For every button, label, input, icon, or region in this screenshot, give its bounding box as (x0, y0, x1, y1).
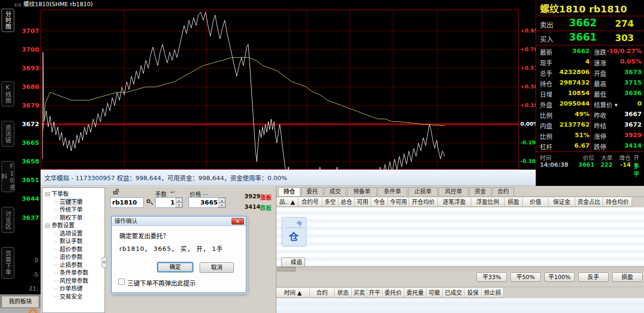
close-today-button[interactable]: 今 仓 (282, 217, 306, 247)
orders-col-header[interactable]: 合约 (310, 288, 335, 298)
close-position-label: 仓 (289, 229, 298, 243)
dont-show-again-label: 三键下单不再弹出此提示 (127, 278, 196, 287)
blotter-tab-风控单[interactable]: 风控单 (439, 187, 468, 196)
close-today-label: 今 (296, 219, 302, 227)
bid-volume: 303 (609, 32, 640, 43)
action-button-平50%[interactable]: 平50% (510, 272, 541, 282)
quote-value: 3667 (594, 110, 642, 118)
tree-group-下单板[interactable]: −下单板 (42, 190, 105, 198)
positions-col-header[interactable]: 品.. ▲ (276, 197, 298, 207)
dialog-title[interactable]: 操作确认 (112, 216, 246, 226)
orders-col-header[interactable]: 买卖 (352, 288, 367, 298)
positions-col-header[interactable]: 今仓 (371, 197, 388, 207)
positions-col-header[interactable]: 价值 (523, 197, 549, 207)
contract-input[interactable]: rb1810 (110, 197, 144, 208)
positions-table-body[interactable] (276, 207, 644, 266)
positions-hscrollbar[interactable] (276, 266, 644, 271)
bid-price[interactable]: 3661 (559, 32, 607, 43)
search-icon[interactable] (147, 199, 153, 206)
blotter-tab-预备单[interactable]: 预备单 (347, 187, 377, 196)
blotter-tab-成交[interactable]: 成交 (324, 187, 346, 196)
quantity-stepper[interactable]: 1 ▲▼ (155, 197, 183, 208)
blotter-tab-委托[interactable]: 委托 (301, 187, 323, 196)
scrollbar-thumb[interactable] (277, 267, 296, 271)
series-price (42, 12, 445, 170)
tree-item-交易安全[interactable]: 交易安全 (42, 293, 105, 301)
tree-item-label: 超价参数 (60, 246, 83, 254)
orders-col-header[interactable]: 委托量 (404, 288, 426, 298)
positions-col-header[interactable]: 资金占比 (575, 197, 603, 207)
positions-col-header[interactable]: 合约号 (298, 197, 322, 207)
orders-col-header[interactable]: 可撤 (426, 288, 443, 298)
tree-item-超价参数[interactable]: 超价参数 (42, 246, 105, 254)
sidebar-tab-3[interactable]: 资讯链 (1, 121, 14, 147)
tree-item-选项设置[interactable]: 选项设置 (42, 230, 105, 238)
price-label[interactable]: 价格 ⋯ (190, 190, 209, 198)
confirm-button[interactable]: 确定 (157, 262, 193, 272)
positions-col-header[interactable]: 开仓均价 (409, 197, 438, 207)
action-button-反手[interactable]: 反手 (578, 272, 609, 282)
positions-col-header[interactable]: 总仓 (338, 197, 355, 207)
positions-col-header[interactable]: 逐笔浮盈 (438, 197, 471, 207)
orders-col-header[interactable]: 状态 (335, 288, 352, 298)
sidebar-tab-2[interactable]: K线图 (1, 81, 14, 107)
positions-col-header[interactable]: 浮盈比例 (471, 197, 505, 207)
positions-col-header[interactable]: 可用 (355, 197, 371, 207)
qty-down-arrow[interactable]: ▼ (176, 203, 182, 207)
blotter-tab-合约[interactable]: 合约 (492, 187, 514, 196)
tree-item-三键下单[interactable]: 三键下单 (42, 198, 105, 206)
blotter-tab-资金[interactable]: 资金 (469, 187, 491, 196)
quantity-value[interactable]: 1 (170, 198, 175, 207)
repeat-icon[interactable]: ↩ (170, 189, 175, 195)
action-button-平33%[interactable]: 平33% (476, 272, 507, 282)
tree-item-止损参数[interactable]: 止损参数 (42, 261, 105, 270)
blotter-tab-条件单[interactable]: 条件单 (378, 187, 407, 196)
my-board-tab[interactable]: 我的板块 (1, 296, 39, 307)
price-up-arrow[interactable]: ▲ (219, 198, 225, 203)
qty-up-arrow[interactable]: ▲ (176, 198, 182, 203)
tree-item-炒单热键[interactable]: 炒单热键 (42, 285, 105, 293)
intraday-chart[interactable] (41, 10, 519, 170)
blotter-tab-止损单[interactable]: 止损单 (408, 187, 438, 196)
price-stepper[interactable]: 3665 ▲▼ (189, 197, 226, 208)
orders-col-header[interactable]: 开平 (367, 288, 382, 298)
tree-item-传统下单[interactable]: 传统下单 (42, 206, 105, 214)
positions-col-header[interactable]: 损盈 (505, 197, 523, 207)
blotter-panel: 持仓委托成交预备单条件单止损单风控单资金合约 品.. ▲合约号多空总仓可用今仓今… (276, 186, 644, 313)
tree-group-label: 参数设置 (52, 222, 74, 230)
price-down-arrow[interactable]: ▼ (219, 203, 225, 207)
sidebar-tab-6[interactable]: 页面下单 (1, 247, 14, 279)
close-icon[interactable]: ✕ (232, 218, 244, 225)
action-button-平100%[interactable]: 平100% (544, 272, 575, 282)
sidebar-tab-1[interactable]: 分时图 (1, 9, 14, 32)
positions-col-header[interactable]: 多空 (322, 197, 338, 207)
orders-col-header[interactable]: 委托价 (382, 288, 404, 298)
sidebar-tab-5[interactable]: 讨论区 (1, 207, 14, 233)
action-button-损盈[interactable]: 损盈 (612, 272, 643, 282)
positions-col-header[interactable]: 今可用 (388, 197, 409, 207)
tree-item-条件单参数[interactable]: 条件单参数 (42, 269, 105, 277)
orders-col-header[interactable]: 已成交 (443, 288, 465, 298)
sidebar-tab-4[interactable]: F10资料 (1, 161, 14, 192)
orders-table-body[interactable] (276, 298, 644, 313)
tree-collapse-handle[interactable]: < (102, 257, 107, 268)
tree-item-追价参数[interactable]: 追价参数 (42, 253, 105, 261)
link-icon[interactable]: ⊏⊐ (14, 2, 21, 7)
tree-toggle-icon[interactable]: − (45, 192, 50, 196)
orders-col-header[interactable]: 预止损 (482, 288, 504, 298)
tree-item-期权下单[interactable]: 期权下单 (42, 214, 105, 222)
ask-price[interactable]: 3662 (559, 17, 607, 29)
cancel-button[interactable]: 取消 (200, 262, 234, 273)
chase-order-button[interactable]: 续追 (281, 258, 305, 267)
tree-group-参数设置[interactable]: −参数设置 (42, 222, 105, 230)
orders-col-header[interactable]: 投保 (465, 288, 482, 298)
tree-item-风控单参数[interactable]: 风控单参数 (42, 277, 105, 285)
dont-show-again-checkbox[interactable] (118, 279, 125, 285)
blotter-tab-持仓[interactable]: 持仓 (278, 187, 300, 196)
positions-col-header[interactable]: 保证金 (549, 197, 575, 207)
tree-toggle-icon[interactable]: − (45, 224, 50, 228)
tree-item-默认手数[interactable]: 默认手数 (42, 237, 105, 246)
orders-col-header[interactable]: 时间 ▲ (276, 288, 310, 298)
positions-col-header[interactable]: 持仓均价 (603, 197, 632, 207)
price-value[interactable]: 3665 (201, 198, 218, 207)
